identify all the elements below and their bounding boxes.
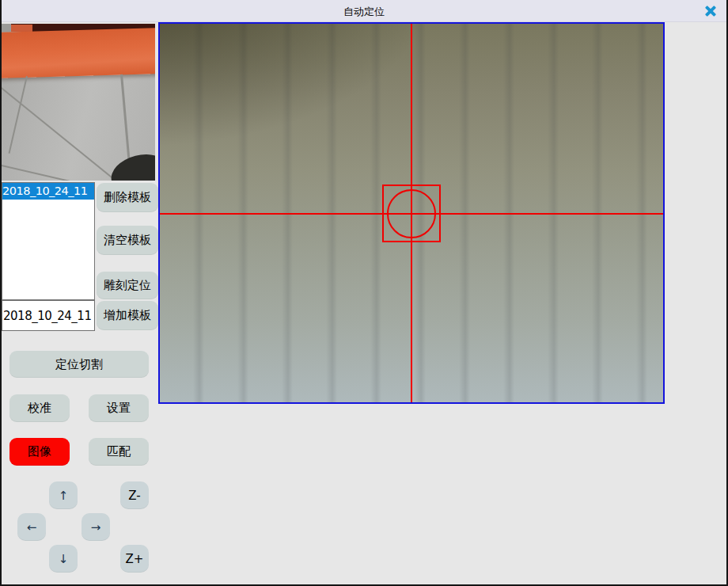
template-list[interactable]: 2018_10_24_11 (2, 182, 95, 300)
jog-z-minus-button[interactable]: Z- (120, 481, 149, 509)
thumbnail-tile-line (9, 76, 28, 154)
thumbnail-tile-line (2, 165, 71, 181)
image-mode-button[interactable]: 图像 (9, 438, 70, 466)
jog-right-button[interactable]: → (82, 513, 110, 541)
position-cut-button[interactable]: 定位切割 (9, 351, 149, 378)
template-list-item-selected[interactable]: 2018_10_24_11 (2, 183, 94, 200)
thumbnail-orange-beam (2, 28, 155, 78)
dialog-title: 自动定位 (2, 5, 726, 19)
roi-circle-marker (387, 189, 436, 238)
thumbnail-tile-line (2, 87, 119, 181)
delete-template-button[interactable]: 删除模板 (97, 183, 158, 212)
close-button[interactable] (704, 6, 716, 17)
auto-position-dialog: 自动定位 2018_10_24_11 删除模板 清空模板 雕刻定位 (2, 0, 726, 584)
template-name-input[interactable] (2, 300, 95, 331)
thumbnail-grey-patch (2, 24, 11, 32)
thumbnail-orange-patch (11, 25, 32, 32)
titlebar: 自动定位 (2, 0, 726, 22)
engrave-position-button[interactable]: 雕刻定位 (97, 272, 158, 299)
clear-templates-button[interactable]: 清空模板 (97, 226, 158, 255)
jog-left-button[interactable]: ← (17, 513, 46, 541)
thumbnail-dark-object (107, 149, 155, 181)
jog-down-button[interactable]: ↓ (49, 545, 78, 573)
camera-viewport (158, 22, 665, 404)
calibrate-button[interactable]: 校准 (9, 394, 70, 422)
add-template-button[interactable]: 增加模板 (97, 301, 158, 330)
settings-button[interactable]: 设置 (89, 394, 149, 422)
match-button[interactable]: 匹配 (89, 438, 149, 466)
template-thumbnail-preview (2, 24, 155, 181)
jog-up-button[interactable]: ↑ (49, 481, 78, 509)
jog-z-plus-button[interactable]: Z+ (120, 545, 149, 573)
dialog-window-frame: 自动定位 2018_10_24_11 删除模板 清空模板 雕刻定位 (0, 0, 728, 586)
